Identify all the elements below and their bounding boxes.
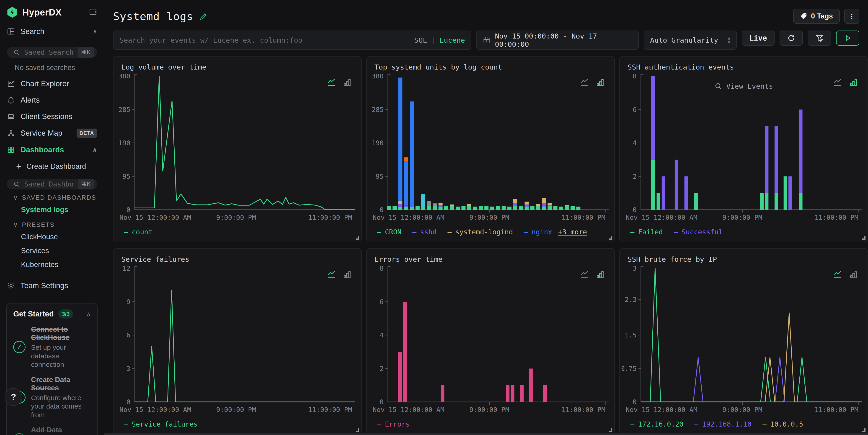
chart-plot[interactable]: 380285190950Nov 15 12:00:00 AM9:00:00 PM… bbox=[369, 72, 613, 222]
chart-legend: —172.16.0.20—192.168.1.10—10.0.0.5 bbox=[620, 414, 868, 434]
sidebar-item-service-map[interactable]: Service Map BETA bbox=[0, 125, 104, 142]
line-chart-toggle-icon[interactable] bbox=[833, 77, 842, 87]
panel-resize-handle[interactable] bbox=[862, 236, 866, 240]
panel-resize-handle[interactable] bbox=[609, 428, 612, 432]
panel-resize-handle[interactable] bbox=[356, 428, 359, 432]
run-query-button[interactable] bbox=[836, 31, 859, 45]
svg-text:0: 0 bbox=[633, 206, 637, 214]
chart-plot[interactable]: 86420Nov 15 12:00:00 AM9:00:00 PM11:00:0… bbox=[622, 72, 866, 222]
chart-plot[interactable]: 380285190950Nov 15 12:00:00 AM9:00:00 PM… bbox=[115, 72, 360, 222]
granularity-select[interactable]: Auto Granularity ∧∨ bbox=[644, 31, 737, 50]
sidebar-item-team-settings[interactable]: Team Settings bbox=[0, 277, 104, 294]
filter-button[interactable] bbox=[808, 31, 831, 45]
view-events-button[interactable]: View Events bbox=[714, 82, 773, 90]
chart-plot[interactable]: 32.31.50.750Nov 15 12:00:00 AM9:00:00 PM… bbox=[622, 265, 866, 414]
svg-text:9:00:00 PM: 9:00:00 PM bbox=[469, 214, 509, 221]
panel-service-failures: Service failures 129630Nov 15 12:00:00 A… bbox=[113, 248, 362, 434]
dashboard-menu-button[interactable] bbox=[844, 9, 859, 24]
legend-item[interactable]: —sshd bbox=[412, 228, 436, 236]
sidebar-item-alerts[interactable]: Alerts bbox=[0, 92, 104, 108]
legend-item[interactable]: —nginx bbox=[524, 228, 552, 236]
section-presets[interactable]: ∨ PRESETS bbox=[0, 217, 104, 230]
sql-toggle[interactable]: SQL bbox=[414, 36, 427, 44]
beta-badge: BETA bbox=[76, 129, 97, 138]
edit-title-icon[interactable] bbox=[200, 12, 208, 20]
chevron-up-icon[interactable]: ∧ bbox=[92, 146, 97, 153]
bar-chart-toggle-icon[interactable] bbox=[849, 78, 858, 87]
sidebar-item-dashboards[interactable]: Dashboards ∧ bbox=[0, 142, 104, 158]
query-toolbar: SQL | Lucene 1 Nov 15 00:00:00 - Nov 17 … bbox=[113, 31, 859, 50]
bar-chart-toggle-icon[interactable] bbox=[343, 270, 352, 279]
help-button[interactable]: ? bbox=[5, 388, 22, 406]
panel-resize-handle[interactable] bbox=[356, 236, 359, 240]
saved-searches-field[interactable] bbox=[24, 48, 73, 56]
lucene-toggle[interactable]: Lucene bbox=[439, 36, 465, 44]
bar-chart-toggle-icon[interactable] bbox=[596, 270, 605, 279]
legend-item[interactable]: —172.16.0.20 bbox=[630, 420, 683, 428]
legend-item[interactable]: —CRON bbox=[377, 228, 401, 236]
line-chart-toggle-icon[interactable] bbox=[327, 270, 336, 279]
line-chart-toggle-icon[interactable] bbox=[580, 270, 589, 279]
preset-link-clickhouse[interactable]: ClickHouse bbox=[0, 230, 104, 244]
horizontal-scrollbar[interactable] bbox=[104, 433, 868, 435]
legend-item[interactable]: —Successful bbox=[674, 228, 723, 236]
bar-chart-toggle-icon[interactable] bbox=[596, 78, 605, 87]
line-chart-toggle-icon[interactable] bbox=[327, 77, 336, 87]
sidebar-item-label: Search bbox=[21, 27, 44, 36]
sidebar-item-label: Client Sessions bbox=[21, 112, 72, 121]
sidebar-item-search[interactable]: Search ∧ bbox=[0, 23, 104, 40]
get-started-step[interactable]: ✓ Connect to ClickHouse Set up your data… bbox=[13, 325, 91, 369]
legend-item[interactable]: —Errors bbox=[377, 420, 410, 428]
bar-chart-toggle-icon[interactable] bbox=[343, 78, 352, 87]
saved-searches-input[interactable]: ⌘K bbox=[7, 47, 97, 58]
date-range-picker[interactable]: 1 Nov 15 00:00:00 - Nov 17 00:00:00 bbox=[476, 31, 639, 50]
plus-icon bbox=[16, 163, 22, 169]
chevron-up-icon[interactable]: ∧ bbox=[93, 28, 97, 35]
dashboard-link-systemd-logs[interactable]: Systemd logs bbox=[0, 203, 104, 217]
legend-more-link[interactable]: +3 more bbox=[558, 228, 587, 236]
live-button[interactable]: Live bbox=[742, 31, 775, 45]
sidebar-item-label: Service Map bbox=[21, 129, 62, 137]
section-saved-dashboards[interactable]: ∨ SAVED DASHBOARDS bbox=[0, 189, 104, 203]
line-chart-toggle-icon[interactable] bbox=[833, 270, 842, 279]
tags-button[interactable]: 0 Tags bbox=[793, 9, 840, 24]
legend-item[interactable]: —192.168.1.10 bbox=[694, 420, 751, 428]
get-started-step[interactable]: ✓ Add Data Start sending logs, metrics, … bbox=[13, 426, 91, 435]
event-search-input[interactable] bbox=[119, 36, 410, 44]
sidebar-item-label: Chart Explorer bbox=[21, 79, 69, 88]
chart-plot[interactable]: 129630Nov 15 12:00:00 AM9:00:00 PM11:00:… bbox=[115, 265, 360, 414]
svg-text:11:00:00 PM: 11:00:00 PM bbox=[561, 406, 605, 413]
sidebar-collapse-icon[interactable] bbox=[89, 8, 97, 17]
preset-link-kubernetes[interactable]: Kubernetes bbox=[0, 258, 104, 272]
svg-text:4: 4 bbox=[633, 139, 637, 147]
search-icon bbox=[714, 82, 722, 90]
legend-item[interactable]: —systemd-logind bbox=[447, 228, 513, 236]
svg-text:3: 3 bbox=[633, 265, 637, 272]
line-chart-toggle-icon[interactable] bbox=[580, 77, 589, 87]
chart-plot[interactable]: 86420Nov 15 12:00:00 AM9:00:00 PM11:00:0… bbox=[369, 265, 613, 414]
sidebar-item-chart-explorer[interactable]: Chart Explorer bbox=[0, 75, 104, 92]
chart-legend: —Errors bbox=[367, 414, 615, 434]
legend-item[interactable]: —Service failures bbox=[124, 420, 197, 428]
svg-text:1: 1 bbox=[486, 40, 487, 43]
sidebar-item-client-sessions[interactable]: Client Sessions bbox=[0, 108, 104, 125]
legend-item[interactable]: —Failed bbox=[630, 228, 663, 236]
refresh-button[interactable] bbox=[780, 31, 803, 45]
svg-text:0: 0 bbox=[126, 398, 130, 406]
create-dashboard-button[interactable]: Create Dashboard bbox=[0, 158, 104, 174]
saved-dashboards-input[interactable]: ⌘K bbox=[7, 179, 97, 189]
event-search-box[interactable]: SQL | Lucene bbox=[113, 31, 471, 50]
legend-item[interactable]: —count bbox=[124, 228, 152, 236]
get-started-step[interactable]: ✓ Create Data Sources Configure where yo… bbox=[13, 376, 91, 419]
chevron-up-icon[interactable]: ∧ bbox=[86, 311, 91, 318]
svg-text:2: 2 bbox=[379, 365, 383, 373]
bar-chart-toggle-icon[interactable] bbox=[849, 270, 858, 279]
preset-link-services[interactable]: Services bbox=[0, 244, 104, 258]
panel-resize-handle[interactable] bbox=[862, 428, 866, 432]
get-started-header[interactable]: Get Started 3/3 ∧ bbox=[13, 309, 91, 318]
panel-title: SSH authentication events bbox=[620, 63, 868, 71]
legend-item[interactable]: —10.0.0.5 bbox=[763, 420, 803, 428]
saved-dashboards-field[interactable] bbox=[24, 180, 73, 188]
search-icon bbox=[13, 181, 20, 188]
panel-resize-handle[interactable] bbox=[609, 236, 612, 240]
